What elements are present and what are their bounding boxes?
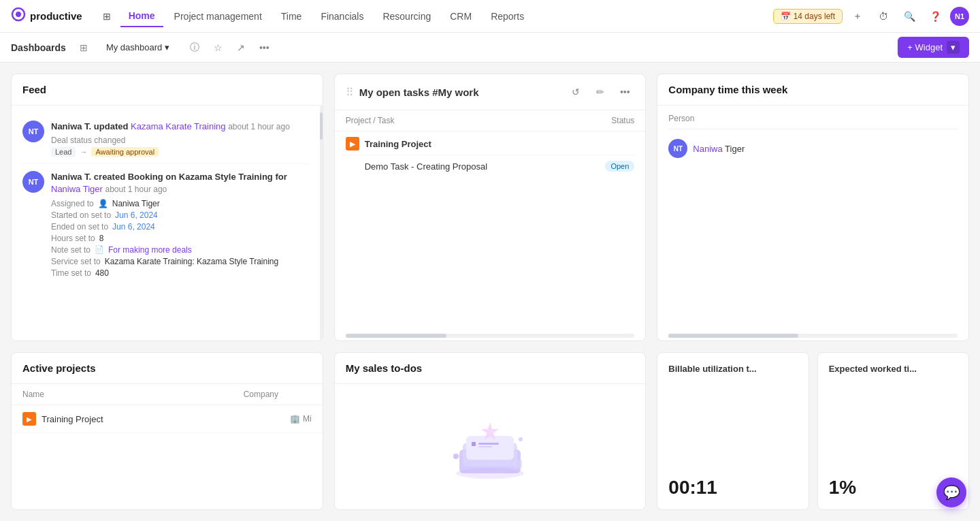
feed-label: Time set to	[51, 268, 91, 278]
star-icon[interactable]: ☆	[208, 38, 227, 57]
nav-reports[interactable]: Reports	[483, 5, 532, 27]
billable-title: Billable utilization t...	[668, 364, 797, 374]
nav-financials[interactable]: Financials	[312, 5, 372, 27]
tasks-header: ⠿ My open tasks #My work ↺ ✏ •••	[335, 74, 646, 110]
feed-value: 480	[95, 268, 109, 278]
help-icon[interactable]: ❓	[924, 5, 946, 27]
project-row: ▶ Training Project 🏢 Mi	[12, 405, 323, 433]
info-icon[interactable]: ⓘ	[185, 38, 204, 57]
feed-content: NT Naniwa T. updated Kazama Karate Train…	[12, 106, 320, 341]
task-section-header: ▶ Training Project	[346, 137, 635, 151]
sales-todos-card: My sales to-dos	[334, 352, 647, 510]
sales-illustration	[442, 409, 538, 486]
company-scrollbar-area	[657, 331, 968, 341]
chevron-down-icon: ▾	[165, 42, 169, 52]
billable-value: 00:11	[668, 477, 797, 499]
tasks-actions: ↺ ✏ •••	[566, 82, 634, 101]
nav-time[interactable]: Time	[273, 5, 310, 27]
tasks-content: ▶ Training Project Demo Task - Creating …	[335, 131, 646, 331]
dashboards-label: Dashboards	[11, 42, 66, 53]
feed-label: Hours set to	[51, 234, 95, 243]
search-icon[interactable]: 🔍	[898, 5, 920, 27]
tasks-title: My open tasks #My work	[359, 86, 561, 98]
layout-icon[interactable]: ⊞	[96, 5, 118, 27]
add-widget-button[interactable]: + Widget ▾	[898, 37, 969, 58]
feed-item-time: about 1 hour ago	[228, 122, 290, 131]
refresh-icon[interactable]: ↺	[566, 82, 585, 101]
user-avatar[interactable]: N1	[950, 7, 969, 26]
feed-item: NT Naniwa T. created Booking on Kazama S…	[22, 164, 309, 284]
dashboard-selector[interactable]: My dashboard ▾	[99, 39, 177, 56]
feed-value: Kazama Karate Training: Kazama Style Tra…	[105, 257, 278, 266]
share-icon[interactable]: ↗	[231, 38, 250, 57]
feed-item-meta: Deal status changed Lead → Awaiting appr…	[51, 136, 309, 157]
arrow-icon: →	[80, 148, 87, 156]
feed-item-time: about 1 hour ago	[105, 185, 167, 194]
tasks-col-header: Project / Task Status	[335, 110, 646, 131]
feed-detail-row: Note set to 📄 For making more deals	[51, 245, 309, 255]
svg-rect-13	[514, 460, 522, 468]
svg-rect-9	[478, 446, 492, 447]
projects-content: ▶ Training Project 🏢 Mi	[12, 405, 323, 509]
feed-item-link[interactable]: Kazama Karate Training	[131, 121, 225, 131]
sales-header: My sales to-dos	[335, 353, 646, 384]
drag-icon[interactable]: ⠿	[346, 86, 354, 99]
svg-rect-5	[466, 436, 514, 460]
feed-item-body: Naniwa T. updated Kazama Karate Training…	[51, 121, 309, 157]
grid-icon[interactable]: ⊞	[74, 38, 93, 57]
feed-scrollbar[interactable]	[320, 106, 323, 341]
task-row: Demo Task - Creating Proposal Open	[346, 155, 635, 177]
company-time-header: Company time this week	[657, 74, 968, 106]
nav-home[interactable]: Home	[120, 5, 163, 27]
timer-icon[interactable]: ⏱	[872, 5, 894, 27]
feed-value: Naniwa Tiger	[112, 199, 160, 208]
billable-card: Billable utilization t... 00:11	[657, 352, 808, 510]
chat-button[interactable]: 💬	[936, 477, 966, 507]
col-company: Company	[244, 390, 312, 399]
feed-meta-label: Deal status changed	[51, 136, 125, 145]
main-grid: Feed NT Naniwa T. updated Kazama Karate …	[0, 63, 980, 521]
widget-btn-arrow: ▾	[947, 41, 960, 54]
feed-item-link[interactable]: Naniwa Tiger	[51, 184, 103, 194]
feed-value-blue: Jun 6, 2024	[112, 222, 155, 232]
dashboard-name: My dashboard	[106, 42, 162, 52]
svg-point-12	[519, 437, 523, 441]
tasks-h-scrollbar	[346, 334, 635, 338]
sub-nav: Dashboards ⊞ My dashboard ▾ ⓘ ☆ ↗ ••• + …	[0, 33, 980, 63]
approval-badge: Awaiting approval	[91, 147, 159, 157]
feed-detail-row: Started on set to Jun 6, 2024	[51, 210, 309, 220]
nav-project-management[interactable]: Project management	[166, 5, 270, 27]
logo[interactable]: productive	[11, 7, 82, 25]
feed-detail-row: Ended on set to Jun 6, 2024	[51, 222, 309, 232]
feed-card: Feed NT Naniwa T. updated Kazama Karate …	[11, 74, 323, 341]
edit-icon[interactable]: ✏	[591, 82, 610, 101]
top-nav: productive ⊞ Home Project management Tim…	[0, 0, 980, 33]
logo-icon	[11, 7, 26, 25]
more-icon[interactable]: •••	[255, 38, 274, 57]
company-h-scrollbar	[668, 334, 958, 338]
trial-badge[interactable]: 📅 14 days left	[773, 9, 843, 24]
sales-content	[335, 384, 646, 509]
projects-col-header: Name Company	[12, 384, 323, 405]
tasks-card: ⠿ My open tasks #My work ↺ ✏ ••• Project…	[334, 74, 647, 341]
nav-crm[interactable]: CRM	[442, 5, 480, 27]
expected-title: Expected worked ti...	[829, 364, 958, 374]
nav-resourcing[interactable]: Resourcing	[374, 5, 439, 27]
nav-right: 📅 14 days left ＋ ⏱ 🔍 ❓ N1	[773, 5, 969, 27]
project-icon: ▶	[346, 137, 359, 151]
feed-header: Feed	[12, 74, 323, 106]
add-button[interactable]: ＋	[847, 5, 868, 27]
col-name: Name	[22, 390, 244, 399]
feed-scroll-thumb	[320, 112, 323, 140]
feed-item-body: Naniwa T. created Booking on Kazama Styl…	[51, 171, 309, 277]
dash-action-icons: ⓘ ☆ ↗ •••	[185, 38, 274, 57]
building-icon: 🏢	[290, 414, 300, 424]
more-options-icon[interactable]: •••	[615, 82, 634, 101]
task-section: ▶ Training Project Demo Task - Creating …	[335, 131, 646, 183]
feed-item: NT Naniwa T. updated Kazama Karate Train…	[22, 114, 309, 164]
feed-meta-row: Lead → Awaiting approval	[51, 147, 309, 157]
feed-detail-row: Assigned to 👤 Naniwa Tiger	[51, 199, 309, 208]
svg-rect-8	[478, 443, 499, 445]
feed-detail-row: Service set to Kazama Karate Training: K…	[51, 257, 309, 266]
task-status-badge: Open	[605, 161, 634, 172]
